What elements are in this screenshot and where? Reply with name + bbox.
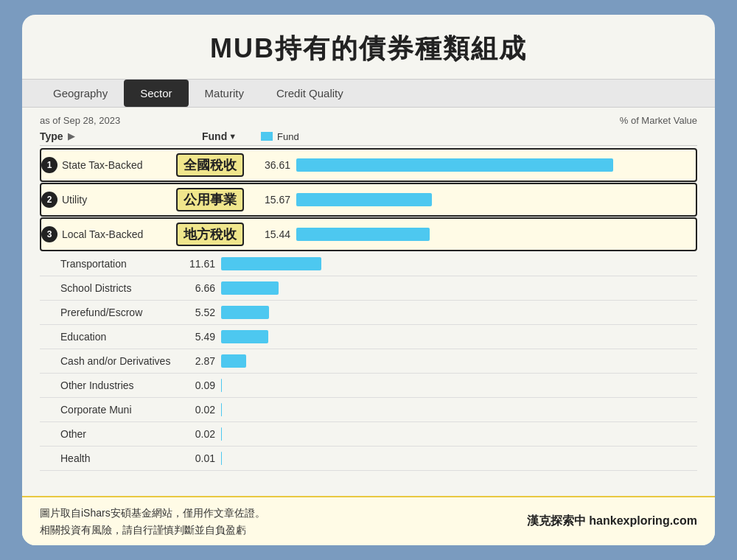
tab-sector[interactable]: Sector	[124, 80, 188, 107]
row-value: 0.02	[175, 404, 215, 416]
percent-label: % of Market Value	[620, 115, 697, 126]
table-row: 2Utility公用事業15.67	[40, 183, 697, 217]
table-row: Education5.49	[40, 325, 697, 349]
table-row: 3Local Tax-Backed地方稅收15.44	[40, 217, 697, 251]
row-label: Utility	[62, 194, 176, 206]
table-row: Corporate Muni0.02	[40, 398, 697, 422]
row-value: 5.52	[175, 307, 215, 318]
bar-area	[221, 304, 697, 321]
row-label: Other	[60, 428, 175, 440]
fund-column-header: Fund ▼	[202, 130, 254, 142]
bar	[296, 158, 613, 172]
row-value: 15.67	[250, 194, 290, 206]
bar	[221, 281, 279, 295]
table-header: Type ▶ Fund ▼ Fund	[40, 130, 697, 146]
bar	[221, 354, 246, 368]
table-row: School Districts6.66	[40, 276, 697, 301]
row-label: School Districts	[60, 282, 175, 294]
main-card: MUB持有的債券種類組成 GeographySectorMaturityCred…	[22, 15, 715, 545]
bar	[221, 379, 222, 392]
row-label: State Tax-Backed	[62, 159, 176, 171]
table-row: Other0.02	[40, 422, 697, 447]
bar-area	[221, 353, 697, 369]
row-value: 15.44	[250, 228, 290, 240]
row-number: 1	[41, 157, 57, 173]
legend-area: Fund	[261, 131, 299, 142]
row-value: 5.49	[175, 331, 215, 343]
row-value: 0.02	[175, 428, 215, 440]
as-of-label: as of Sep 28, 2023	[40, 115, 120, 126]
legend-color-box	[261, 132, 273, 141]
row-value: 0.01	[175, 452, 215, 464]
bar	[296, 193, 432, 206]
bar-area	[221, 329, 697, 345]
row-value: 11.61	[175, 258, 215, 270]
bar	[221, 257, 321, 270]
data-rows: 1State Tax-Backed全國稅收36.612Utility公用事業15…	[40, 147, 697, 471]
table-row: Prerefund/Escrow5.52	[40, 301, 697, 325]
bar	[221, 330, 268, 343]
row-label: Education	[60, 331, 175, 343]
legend-label: Fund	[277, 131, 299, 142]
row-chinese-label: 地方稅收	[176, 223, 244, 246]
row-label: Prerefund/Escrow	[60, 307, 175, 318]
row-value: 6.66	[175, 282, 215, 294]
row-value: 36.61	[250, 159, 290, 171]
bar-area	[296, 192, 696, 208]
bar-area	[221, 377, 697, 393]
bar-area	[221, 280, 697, 296]
sort-arrow-icon[interactable]: ▶	[68, 131, 74, 141]
row-chinese-label: 公用事業	[176, 188, 244, 211]
footer: 圖片取自iShars安碩基金網站，僅用作文章佐證。 相關投資有風險，請自行謹慎判…	[22, 496, 715, 545]
table-row: Health0.01	[40, 447, 697, 471]
row-value: 0.09	[175, 379, 215, 391]
footer-right: 漢克探索中 hankexploring.com	[527, 514, 697, 529]
row-label: Local Tax-Backed	[62, 228, 176, 240]
row-label: Cash and/or Derivatives	[60, 355, 175, 367]
tab-bar: GeographySectorMaturityCredit Quality	[22, 79, 715, 108]
row-number: 2	[41, 192, 57, 208]
row-value: 2.87	[175, 355, 215, 367]
tab-credit-quality[interactable]: Credit Quality	[260, 80, 360, 107]
bar	[296, 228, 430, 241]
main-content: as of Sep 28, 2023 % of Market Value Typ…	[22, 108, 715, 496]
row-label: Health	[60, 452, 175, 464]
table-row: 1State Tax-Backed全國稅收36.61	[40, 148, 697, 182]
footer-left: 圖片取自iShars安碩基金網站，僅用作文章佐證。 相關投資有風險，請自行謹慎判…	[40, 505, 265, 538]
row-number: 3	[41, 226, 57, 242]
row-label: Transportation	[60, 258, 175, 270]
table-row: Transportation11.61	[40, 252, 697, 276]
tab-maturity[interactable]: Maturity	[189, 80, 260, 107]
bar-area	[221, 402, 697, 418]
row-label: Corporate Muni	[60, 404, 175, 416]
bar-area	[221, 450, 697, 466]
type-column-header: Type ▶	[40, 130, 202, 142]
bar-area	[221, 256, 697, 272]
meta-row: as of Sep 28, 2023 % of Market Value	[40, 115, 697, 126]
row-chinese-label: 全國稅收	[176, 153, 244, 177]
row-label: Other Industries	[60, 379, 175, 391]
bar-area	[296, 226, 696, 242]
table-row: Cash and/or Derivatives2.87	[40, 349, 697, 374]
bar-area	[221, 426, 697, 442]
bar-area	[296, 157, 696, 173]
tab-geography[interactable]: Geography	[37, 80, 124, 107]
table-row: Other Industries0.09	[40, 374, 697, 398]
bar	[221, 306, 269, 319]
page-title: MUB持有的債券種類組成	[22, 15, 715, 79]
